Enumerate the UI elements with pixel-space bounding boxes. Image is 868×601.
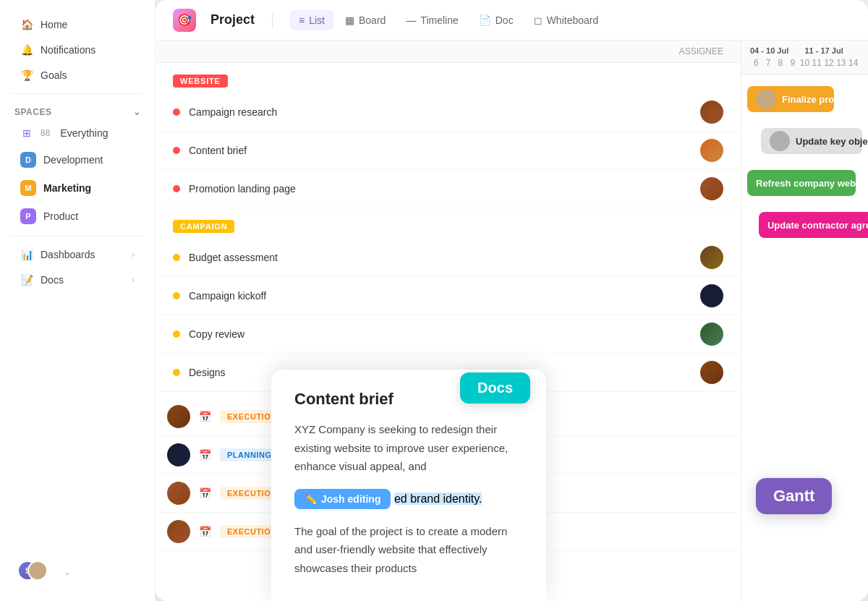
- sidebar-item-dashboards[interactable]: 📊 Dashboards ›: [6, 242, 149, 267]
- calendar-icon: 📅: [199, 487, 211, 499]
- day-13: 13: [835, 58, 847, 68]
- chevron-down-icon[interactable]: ⌄: [133, 107, 141, 117]
- tab-board-label: Board: [359, 14, 386, 26]
- nav-tabs: ≡ List ▦ Board — Timeline 📄 Doc ◻ Whiteb…: [290, 10, 607, 30]
- sidebar-item-marketing[interactable]: M Marketing: [6, 174, 149, 202]
- docs-panel: Docs Content brief XYZ Company is seekin…: [271, 370, 546, 601]
- task-row[interactable]: Budget assessment: [156, 239, 741, 277]
- calendar-icon: 📅: [199, 449, 211, 461]
- spaces-label: Spaces: [14, 107, 51, 117]
- sidebar-item-notifications[interactable]: 🔔 Notifications: [6, 38, 149, 62]
- day-10: 10: [799, 58, 811, 68]
- product-badge: P: [20, 208, 36, 224]
- task-dot-yellow: [173, 254, 180, 261]
- assignee-avatar: [167, 482, 190, 505]
- bell-icon: 🔔: [20, 43, 33, 56]
- task-row[interactable]: Content brief: [156, 132, 741, 170]
- grid-icon: ⊞: [20, 127, 33, 140]
- assignee-avatar: [167, 520, 190, 543]
- tab-doc-label: Doc: [495, 14, 514, 26]
- day-6: 6: [750, 58, 762, 68]
- avatar-user: [27, 560, 48, 581]
- docs-paragraph-1: XYZ Company is seeking to redesign their…: [294, 420, 523, 476]
- user-bar[interactable]: S ⌄: [9, 555, 146, 589]
- calendar-icon: 📅: [199, 526, 211, 537]
- task-row[interactable]: Copy review: [156, 315, 741, 354]
- board-icon: ▦: [345, 14, 354, 26]
- tab-doc[interactable]: 📄 Doc: [470, 10, 522, 30]
- tab-whiteboard-label: Whiteboard: [547, 14, 599, 26]
- everything-count: 88: [41, 128, 50, 138]
- gantt-body: Finalize project scope Update key object…: [741, 74, 868, 265]
- doc-icon: 📄: [479, 14, 491, 26]
- status-badge: PLANNING: [220, 448, 278, 461]
- bar-avatar: [756, 89, 776, 109]
- tab-board[interactable]: ▦ Board: [336, 10, 394, 30]
- tab-whiteboard[interactable]: ◻ Whiteboard: [525, 10, 608, 30]
- highlighted-text: ed brand identity.: [394, 493, 482, 505]
- chevron-down-user: ⌄: [64, 567, 71, 577]
- assignee-avatar: [167, 405, 190, 428]
- task-dot-yellow: [173, 369, 180, 376]
- gantt-bar-finalize[interactable]: Finalize project scope: [747, 86, 834, 112]
- project-icon: 🎯: [173, 9, 196, 32]
- sidebar-everything-label: Everything: [60, 127, 108, 139]
- sidebar-item-docs[interactable]: 📝 Docs ›: [6, 268, 149, 292]
- bar-label: Update key objectives: [796, 136, 868, 147]
- calendar-icon: 📅: [199, 411, 211, 422]
- sidebar-dashboards-label: Dashboards: [41, 249, 95, 260]
- assignee-avatar: [167, 443, 190, 466]
- gantt-header: 04 - 10 Jul 11 - 17 Jul 6 7 8 9 10 11 12…: [741, 41, 868, 74]
- gantt-bar-update-obj[interactable]: Update key objectives: [761, 128, 862, 154]
- sidebar-item-goals[interactable]: 🏆 Goals: [6, 63, 149, 88]
- docs-floating-badge[interactable]: Docs: [460, 372, 530, 404]
- sidebar-item-home[interactable]: 🏠 Home: [6, 12, 149, 37]
- gantt-area: 04 - 10 Jul 11 - 17 Jul 6 7 8 9 10 11 12…: [741, 41, 868, 601]
- column-header: ASSIGNEE: [156, 41, 741, 63]
- home-icon: 🏠: [20, 18, 33, 31]
- timeline-icon: —: [406, 14, 416, 26]
- josh-editing-badge[interactable]: ✏️ Josh editing: [294, 489, 391, 509]
- tab-timeline-label: Timeline: [420, 14, 458, 26]
- task-row[interactable]: Campaign kickoff: [156, 277, 741, 315]
- gantt-days: 6 7 8 9 10 11 12 13 14: [750, 58, 859, 68]
- main-header: 🎯 Project ≡ List ▦ Board — Timeline 📄 Do…: [156, 0, 868, 41]
- task-dot-yellow: [173, 292, 180, 299]
- gantt-bar-row-4: Update contractor agreement: [747, 212, 862, 245]
- gantt-bar-refresh[interactable]: Refresh company website: [747, 170, 856, 196]
- sidebar-item-development[interactable]: D Development: [6, 146, 149, 174]
- spaces-header: Spaces ⌄: [0, 100, 155, 120]
- task-name: Budget assessment: [189, 252, 692, 263]
- week-label-1: 04 - 10 Jul: [750, 46, 805, 55]
- day-12: 12: [823, 58, 835, 68]
- docs-icon: 📝: [20, 273, 33, 286]
- tab-list[interactable]: ≡ List: [290, 10, 333, 30]
- sidebar-item-everything[interactable]: ⊞ 88 Everything: [6, 121, 149, 145]
- day-9: 9: [786, 58, 799, 68]
- gantt-bar-row-3: Refresh company website: [747, 170, 862, 203]
- bar-label: Finalize project scope: [782, 94, 868, 105]
- divider-1: [12, 93, 143, 94]
- task-row[interactable]: Campaign research: [156, 93, 741, 132]
- user-avatars: S: [17, 560, 52, 584]
- project-title: Project: [210, 12, 255, 27]
- header-divider: [272, 13, 273, 27]
- section-website: WEBSITE: [156, 63, 741, 93]
- pencil-icon: ✏️: [305, 493, 317, 505]
- tab-timeline[interactable]: — Timeline: [397, 10, 467, 30]
- development-badge: D: [20, 152, 36, 168]
- sidebar-home-label: Home: [41, 19, 67, 30]
- sidebar-item-product[interactable]: P Product: [6, 203, 149, 230]
- task-dot-red: [173, 108, 180, 116]
- sidebar-bottom: S ⌄: [0, 555, 155, 589]
- sidebar: 🏠 Home 🔔 Notifications 🏆 Goals Spaces ⌄ …: [0, 0, 156, 601]
- gantt-bar-row-1: Finalize project scope: [747, 86, 862, 119]
- sidebar-product-label: Product: [43, 210, 78, 222]
- task-row[interactable]: Promotion landing page: [156, 170, 741, 208]
- bar-avatar: [770, 131, 790, 151]
- task-name: Campaign research: [189, 106, 692, 118]
- task-dot-yellow: [173, 331, 180, 338]
- whiteboard-icon: ◻: [534, 14, 542, 26]
- gantt-floating-label[interactable]: Gantt: [756, 478, 832, 514]
- gantt-bar-contractor[interactable]: Update contractor agreement: [759, 212, 868, 238]
